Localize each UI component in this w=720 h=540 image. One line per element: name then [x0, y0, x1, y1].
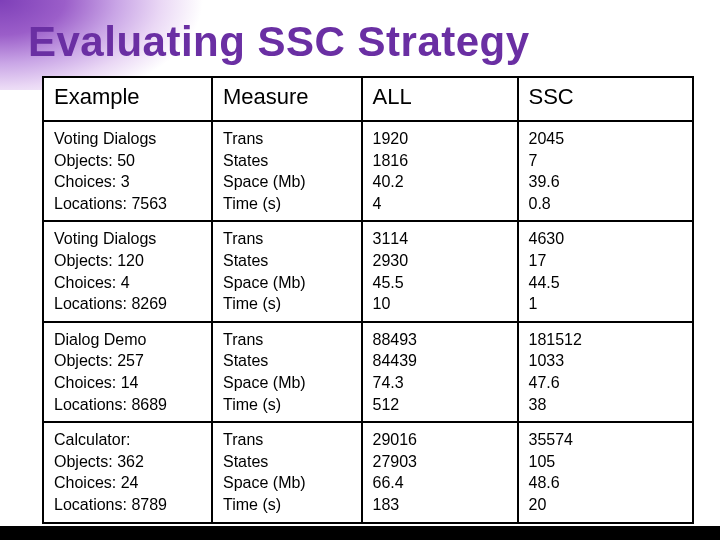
cell-line: States: [223, 451, 353, 473]
slide-footer-bar: [0, 526, 720, 540]
cell-ssc: 35574 105 48.6 20: [518, 422, 694, 522]
cell-line: 1: [529, 293, 685, 315]
cell-line: States: [223, 350, 353, 372]
cell-all: 3114 2930 45.5 10: [362, 221, 518, 321]
cell-line: Objects: 50: [54, 150, 203, 172]
cell-line: 45.5: [373, 272, 509, 294]
cell-line: Voting Dialogs: [54, 128, 203, 150]
cell-line: Objects: 362: [54, 451, 203, 473]
cell-measure: Trans States Space (Mb) Time (s): [212, 121, 362, 221]
cell-line: States: [223, 150, 353, 172]
cell-line: Choices: 14: [54, 372, 203, 394]
col-header-example: Example: [43, 77, 212, 121]
cell-line: Choices: 3: [54, 171, 203, 193]
cell-all: 29016 27903 66.4 183: [362, 422, 518, 522]
cell-line: Time (s): [223, 293, 353, 315]
table-row: Voting Dialogs Objects: 120 Choices: 4 L…: [43, 221, 693, 321]
cell-line: Space (Mb): [223, 171, 353, 193]
cell-line: 3114: [373, 228, 509, 250]
cell-line: Objects: 257: [54, 350, 203, 372]
cell-measure: Trans States Space (Mb) Time (s): [212, 221, 362, 321]
cell-line: 44.5: [529, 272, 685, 294]
cell-line: Locations: 7563: [54, 193, 203, 215]
comparison-table-wrap: Example Measure ALL SSC Voting Dialogs O…: [42, 76, 694, 524]
cell-example: Voting Dialogs Objects: 50 Choices: 3 Lo…: [43, 121, 212, 221]
cell-line: States: [223, 250, 353, 272]
cell-line: Choices: 24: [54, 472, 203, 494]
cell-all: 1920 1816 40.2 4: [362, 121, 518, 221]
cell-line: Trans: [223, 329, 353, 351]
cell-line: 10: [373, 293, 509, 315]
cell-line: Locations: 8689: [54, 394, 203, 416]
cell-line: 1033: [529, 350, 685, 372]
cell-line: 1920: [373, 128, 509, 150]
cell-line: Voting Dialogs: [54, 228, 203, 250]
cell-line: 38: [529, 394, 685, 416]
cell-line: 0.8: [529, 193, 685, 215]
table-row: Dialog Demo Objects: 257 Choices: 14 Loc…: [43, 322, 693, 422]
cell-line: 29016: [373, 429, 509, 451]
col-header-all: ALL: [362, 77, 518, 121]
cell-line: 20: [529, 494, 685, 516]
cell-line: Locations: 8789: [54, 494, 203, 516]
cell-line: Trans: [223, 128, 353, 150]
cell-measure: Trans States Space (Mb) Time (s): [212, 322, 362, 422]
cell-line: 48.6: [529, 472, 685, 494]
cell-line: 4: [373, 193, 509, 215]
cell-line: Trans: [223, 429, 353, 451]
cell-line: 84439: [373, 350, 509, 372]
cell-line: Objects: 120: [54, 250, 203, 272]
cell-line: 2045: [529, 128, 685, 150]
cell-example: Calculator: Objects: 362 Choices: 24 Loc…: [43, 422, 212, 522]
table-row: Calculator: Objects: 362 Choices: 24 Loc…: [43, 422, 693, 522]
cell-line: 66.4: [373, 472, 509, 494]
cell-line: Space (Mb): [223, 372, 353, 394]
cell-line: Space (Mb): [223, 472, 353, 494]
comparison-table: Example Measure ALL SSC Voting Dialogs O…: [42, 76, 694, 524]
cell-line: 7: [529, 150, 685, 172]
cell-line: Locations: 8269: [54, 293, 203, 315]
cell-line: 35574: [529, 429, 685, 451]
cell-line: Trans: [223, 228, 353, 250]
cell-example: Voting Dialogs Objects: 120 Choices: 4 L…: [43, 221, 212, 321]
cell-ssc: 181512 1033 47.6 38: [518, 322, 694, 422]
cell-line: 105: [529, 451, 685, 473]
col-header-measure: Measure: [212, 77, 362, 121]
slide-title: Evaluating SSC Strategy: [0, 0, 720, 72]
cell-example: Dialog Demo Objects: 257 Choices: 14 Loc…: [43, 322, 212, 422]
cell-line: Time (s): [223, 193, 353, 215]
cell-line: Choices: 4: [54, 272, 203, 294]
cell-line: 88493: [373, 329, 509, 351]
cell-line: 39.6: [529, 171, 685, 193]
cell-line: 47.6: [529, 372, 685, 394]
cell-line: Space (Mb): [223, 272, 353, 294]
cell-line: 183: [373, 494, 509, 516]
cell-measure: Trans States Space (Mb) Time (s): [212, 422, 362, 522]
cell-line: 2930: [373, 250, 509, 272]
table-header-row: Example Measure ALL SSC: [43, 77, 693, 121]
cell-line: Dialog Demo: [54, 329, 203, 351]
cell-line: 40.2: [373, 171, 509, 193]
cell-line: 1816: [373, 150, 509, 172]
cell-line: 17: [529, 250, 685, 272]
cell-line: 512: [373, 394, 509, 416]
cell-all: 88493 84439 74.3 512: [362, 322, 518, 422]
cell-line: 27903: [373, 451, 509, 473]
cell-line: Calculator:: [54, 429, 203, 451]
table-row: Voting Dialogs Objects: 50 Choices: 3 Lo…: [43, 121, 693, 221]
cell-ssc: 2045 7 39.6 0.8: [518, 121, 694, 221]
cell-line: 181512: [529, 329, 685, 351]
cell-line: 4630: [529, 228, 685, 250]
cell-ssc: 4630 17 44.5 1: [518, 221, 694, 321]
cell-line: Time (s): [223, 394, 353, 416]
cell-line: 74.3: [373, 372, 509, 394]
col-header-ssc: SSC: [518, 77, 694, 121]
cell-line: Time (s): [223, 494, 353, 516]
